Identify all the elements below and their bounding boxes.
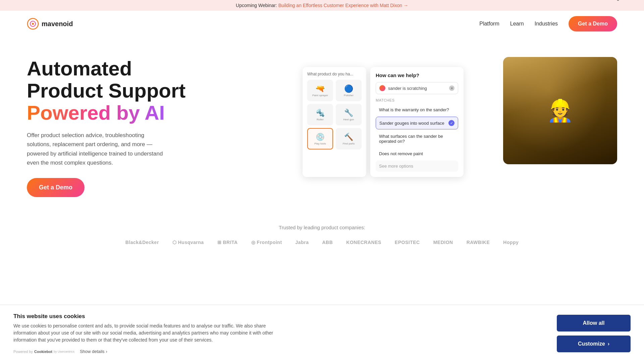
svg-point-2 [32, 23, 34, 25]
ui-overlay: What product do you ha... 🔫 Paint spraye… [303, 67, 464, 177]
product-item-5[interactable]: 💿 Play tools [307, 128, 333, 149]
nav-industries[interactable]: Industries [535, 21, 558, 27]
product-label-3: Roller [317, 118, 324, 121]
product-icon-6: 🔨 [344, 133, 353, 141]
match-check-icon: ✓ [448, 120, 454, 126]
product-icon-5: 💿 [316, 133, 325, 141]
product-icon-2: 🔵 [344, 84, 353, 93]
match-item-2[interactable]: Sander gouges into wood surface ✓ [376, 117, 458, 129]
match-text-2: Sander gouges into wood surface [379, 121, 444, 126]
nav-learn[interactable]: Learn [510, 21, 524, 27]
product-item-3[interactable]: 🔩 Roller [307, 104, 333, 125]
product-label-1: Paint sprayer [312, 94, 328, 97]
search-icon [379, 85, 385, 91]
search-clear-icon[interactable]: ✕ [449, 85, 454, 91]
product-grid: 🔫 Paint sprayer 🔵 Polisher 🔩 Roller 🔧 He… [307, 80, 362, 149]
hero-section: Automated Product Support Powered by AI … [0, 37, 644, 211]
logo-text: mavenoid [42, 20, 73, 28]
product-label-2: Polisher [344, 94, 354, 97]
product-item-6[interactable]: 🔨 Find parts [336, 128, 362, 149]
hero-visual: 👷 What product do you ha... 🔫 Paint spra… [292, 57, 617, 198]
product-label-6: Find parts [343, 142, 355, 145]
nav-cta-button[interactable]: Get a Demo [569, 16, 617, 32]
banner-link[interactable]: Building an Effortless Customer Experien… [278, 3, 408, 8]
logo-black-decker: Black&Decker [125, 240, 159, 245]
logo-medion: MEDION [433, 240, 453, 245]
hero-cta-button[interactable]: Get a Demo [27, 178, 85, 197]
logo-jabra: Jabra [296, 240, 309, 245]
hero-photo-inner: 👷 [503, 57, 617, 164]
product-icon-1: 🔫 [316, 84, 325, 93]
logo-abb: ABB [322, 240, 333, 245]
logo-konecranes: KONECRANES [346, 240, 381, 245]
product-panel: What product do you ha... 🔫 Paint spraye… [303, 67, 366, 177]
nav-platform[interactable]: Platform [479, 21, 499, 27]
logo-icon [27, 18, 39, 30]
trusted-section: Trusted by leading product companies: Bl… [0, 211, 644, 258]
banner-prefix: Upcoming Webinar: [236, 3, 277, 8]
navbar: mavenoid Platform Learn Industries Get a… [0, 11, 644, 37]
hero-description: Offer product selection advice, troubles… [27, 131, 168, 167]
logo-epositec: EPOSITEC [395, 240, 420, 245]
top-banner: Upcoming Webinar: Building an Effortless… [0, 0, 644, 11]
product-panel-title: What product do you ha... [307, 72, 362, 76]
product-label-5: Play tools [314, 142, 326, 145]
hero-photo: 👷 [503, 57, 617, 164]
match-item-1[interactable]: What is the warranty on the sander? [376, 104, 458, 115]
product-item-1[interactable]: 🔫 Paint sprayer [307, 80, 333, 101]
chat-panel: How can we help? sander is scratching ✕ … [370, 67, 464, 177]
logo[interactable]: mavenoid [27, 18, 73, 30]
trusted-label: Trusted by leading product companies: [27, 225, 617, 230]
hero-title-line1: Automated [27, 57, 132, 80]
product-item-2[interactable]: 🔵 Polisher [336, 80, 362, 101]
chat-search[interactable]: sander is scratching ✕ [376, 82, 458, 94]
logo-brita: ⊞ BRITA [217, 240, 238, 245]
hero-title-gradient: Powered by AI [27, 102, 165, 124]
product-icon-4: 🔧 [344, 109, 353, 117]
login-link[interactable]: Log In → [611, 0, 631, 1]
product-label-4: Heel gun [343, 118, 354, 121]
hero-title: Automated Product Support Powered by AI [27, 58, 292, 124]
hero-text: Automated Product Support Powered by AI … [27, 58, 292, 197]
match-item-3[interactable]: What surfaces can the sander be operated… [376, 131, 458, 147]
logo-rawbike: RAWBIKE [467, 240, 490, 245]
search-text: sander is scratching [388, 86, 446, 91]
chat-header: How can we help? [376, 72, 458, 78]
matches-label: Matches [376, 98, 458, 102]
logo-frontpoint: ◎ Frontpoint [251, 240, 282, 245]
see-more-button[interactable]: See more options [376, 161, 458, 172]
nav-links: Platform Learn Industries Get a Demo [479, 16, 617, 32]
hero-title-line2: Product Support [27, 79, 185, 102]
logos-row: Black&Decker ⬡ Husqvarna ⊞ BRITA ◎ Front… [27, 240, 617, 245]
logo-husqvarna: ⬡ Husqvarna [172, 240, 204, 245]
product-icon-3: 🔩 [316, 109, 325, 117]
product-item-4[interactable]: 🔧 Heel gun [336, 104, 362, 125]
logo-hoppy: Hoppy [503, 240, 519, 245]
match-item-4[interactable]: Does not remove paint [376, 148, 458, 159]
